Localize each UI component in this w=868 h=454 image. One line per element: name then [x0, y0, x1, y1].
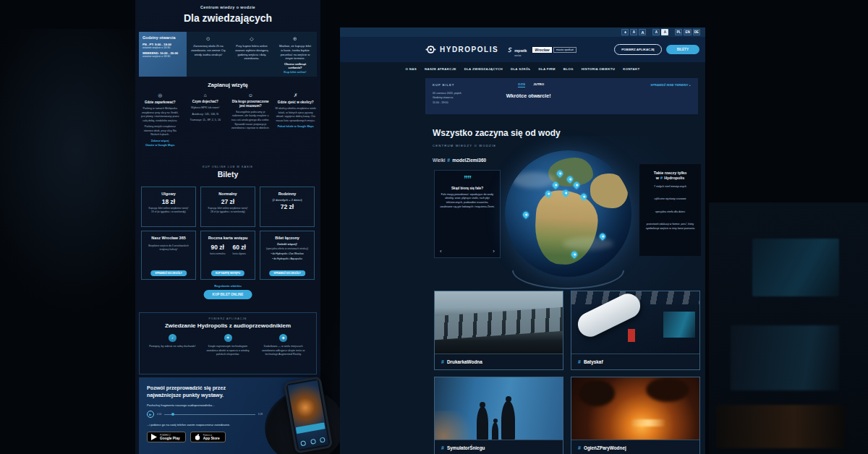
ticket-card-combo[interactable]: Bilet łączony Zwiedź więcej! (specjalna … [260, 231, 315, 280]
app-store-badge[interactable]: Pobierz w App Store [190, 432, 226, 442]
ticket-icon: ◇ [234, 36, 269, 42]
visitor-silhouette [477, 406, 488, 440]
technology-icon: ✦ [224, 334, 232, 342]
attraction-image [435, 377, 563, 440]
tickets-eyebrow: KUP ONLINE LUB W KASIE [135, 166, 320, 168]
fact-item: specjalna strefa dla dzieci [644, 204, 697, 214]
nav-contact[interactable]: KONTAKT [623, 67, 639, 71]
tab-today[interactable]: DZIŚ [518, 82, 525, 87]
attraction-card-drukarka-wodna[interactable]: # DrukarkaWodna [434, 291, 563, 370]
visitor-silhouette [492, 422, 498, 440]
hours-weekend-note: ostatnie wejście o 18:30 [142, 55, 183, 58]
buy-pass-button[interactable]: KUP KARTĘ WSTĘPU [211, 270, 244, 276]
ticket-hours: 11:00 - 19:00 [433, 100, 461, 105]
app-promo-panel: Pozwól przeprowadzić się przez najważnie… [139, 377, 317, 454]
see-more-link[interactable]: Zobacz więcej [140, 140, 181, 142]
hashtag-icon: # [441, 445, 444, 450]
fact-carousel-card: ”” Skąd biorą się fale? Fale mogą powodo… [434, 170, 501, 258]
restaurants-maps-link[interactable]: Pokaż lokale w Google Maps [276, 125, 317, 128]
nav-blog[interactable]: BLOG [563, 67, 574, 71]
background-screen [752, 239, 839, 296]
clock-icon: ⊙ [191, 36, 226, 42]
section-title: Wszystko zaczyna się od wody [433, 128, 561, 138]
globe-hashtag-label: Wielki # modelZiemi360 [433, 158, 486, 163]
info-column-queue: ⊕ Możliwe, że kupując bilet w kasie, trz… [273, 32, 317, 77]
continent-asia [590, 174, 628, 208]
buy-ticket-online-button[interactable]: KUP BILET ONLINE [204, 290, 252, 299]
attraction-image [435, 291, 563, 354]
hours-title: Godziny otwarcia [142, 35, 183, 40]
homepage: A A A A A PL EN DE HYDROPOLIS mpwik wroc… [340, 27, 705, 454]
tickets-grid: Ulgowy 18 zł Kupując bilet online wejdzi… [141, 187, 315, 280]
contrast-high-button[interactable]: A [661, 29, 668, 35]
carousel-next-arrow[interactable]: › [493, 248, 495, 254]
audioguide-col-technology: ✦ Dzięki najnowszym technologiom zwiedzi… [204, 334, 252, 357]
section-subtitle: CENTRUM WIEDZY O WODZIE [433, 144, 496, 147]
background-screen [716, 405, 846, 448]
nav-visitors[interactable]: DLA ZWIEDZAJĄCYCH [464, 67, 503, 71]
ticket-card-reduced[interactable]: Ulgowy 18 zł Kupując bilet online wejdzi… [141, 187, 196, 227]
attraction-card-symulator-sniegu[interactable]: # SymulatorŚniegu [434, 377, 563, 454]
more-dates-link[interactable]: SPRAWDŹ INNE TERMINY + [544, 83, 691, 87]
audioguide-section: POBIERZ APLIKACJĘ Zwiedzanie Hydropolis … [139, 312, 317, 374]
time-total: 3:28 [258, 413, 263, 416]
quote-icon: ”” [440, 176, 495, 184]
cutlery-icon: ✗ [276, 93, 317, 98]
fact-item: 7 stałych stref tematycznych [644, 185, 697, 189]
lang-de-button[interactable]: DE [693, 29, 700, 35]
font-size-large-button[interactable]: A [639, 29, 646, 35]
nav-attractions[interactable]: NASZE ATRAKCJE [425, 67, 456, 71]
nav-companies[interactable]: DLA FIRM [539, 67, 556, 71]
contrast-normal-button[interactable]: A [652, 29, 660, 35]
wroclaw-logo: Wrocław miasto spotkań [532, 47, 576, 53]
visit-info-panel: Godziny otwarcia PN - PT: 9:00 - 18:00 o… [139, 32, 317, 77]
faq-audience: ☺ Dla kogo przeznaczone jest muzeum? Szc… [230, 93, 271, 147]
ticket-card-normal[interactable]: Normalny 27 zł Kupując bilet online wejd… [200, 187, 255, 227]
hashtag-icon: # [660, 176, 663, 180]
nav-schools[interactable]: DLA SZKÓŁ [511, 67, 531, 71]
background-screen [731, 325, 839, 390]
details-button[interactable]: SPRAWDŹ SZCZEGÓŁY [269, 270, 305, 276]
earth-model-360[interactable] [505, 150, 631, 277]
attraction-card-batyskaf[interactable]: # Batyskaf [571, 291, 700, 370]
ar-icon: ◈ [279, 334, 287, 342]
font-size-small-button[interactable]: A [621, 29, 629, 35]
download-app-button[interactable]: POBIERZ APLIKACJĘ [614, 44, 661, 55]
brand-name[interactable]: HYDROPOLIS [440, 46, 498, 53]
details-button[interactable]: SPRAWDŹ SZCZEGÓŁY [150, 270, 187, 276]
audioguide-col-ar: ◈ Dodatkowo — w wielu miejscach zwiedzan… [259, 334, 307, 357]
faq-section: ◎ Gdzie zaparkować? Parking w ramach Mul… [140, 93, 316, 147]
venue-rules-link[interactable]: Regulamin obiektu [135, 284, 320, 288]
tickets-button[interactable]: BILETY [666, 45, 699, 54]
main-navigation: O NAS NASZE ATRAKCJE DLA ZWIEDZAJĄCYCH D… [340, 62, 705, 75]
progress-handle[interactable] [171, 413, 174, 416]
cloud [563, 237, 613, 250]
carousel-prev-arrow[interactable]: ‹ [440, 248, 442, 254]
tickets-heading: Bilety [135, 170, 320, 179]
headphones-icon: ♪ [169, 334, 176, 342]
visitors-page: Centrum wiedzy o wodzie Dla zwiedzającyc… [135, 0, 320, 454]
audioguide-col-headphones: ♪ Pamiętaj, by zabrać ze sobą słuchawki! [148, 334, 197, 357]
ticket-widget: KUP BILET DZIŚ JUTRO SPRAWDŹ INNE TERMIN… [425, 78, 698, 114]
google-play-badge[interactable]: POBIERZ Z Google Play [147, 432, 186, 442]
attraction-card-ogien-z-pary[interactable]: # OgieńZParyWodnej [571, 377, 700, 454]
google-maps-link[interactable]: Otwórz w Google Maps [140, 144, 181, 147]
queue-icon: ⊕ [278, 36, 312, 42]
cloud [512, 172, 556, 188]
ticket-card-nasz-wroclaw[interactable]: Nasz Wrocław 365 Bezpłatne wejście do 5 … [141, 231, 196, 280]
apple-icon [195, 434, 200, 440]
ticket-card-family[interactable]: Rodzinny (2 dorosłych + 2 dzieci) 72 zł [260, 187, 315, 227]
ticket-card-annual[interactable]: Roczna karta wstępu 90 zł karta normalna… [200, 231, 255, 280]
nav-history[interactable]: HISTORIA OBIEKTU [582, 67, 616, 71]
audio-player: ▶ 0:00 3:28 [147, 411, 263, 418]
buy-online-link[interactable]: Kup bilet online! [278, 70, 312, 74]
tab-tomorrow[interactable]: JUTRO [533, 82, 544, 87]
play-button[interactable]: ▶ [147, 411, 154, 418]
nav-about[interactable]: O NAS [406, 67, 417, 71]
home-icon: ⌂ [185, 93, 226, 98]
lang-pl-button[interactable]: PL [675, 29, 682, 35]
font-size-medium-button[interactable]: A [630, 29, 637, 35]
accessibility-bar: A A A A A PL EN DE [340, 27, 705, 37]
lang-en-button[interactable]: EN [684, 29, 691, 35]
progress-track[interactable] [164, 414, 255, 415]
